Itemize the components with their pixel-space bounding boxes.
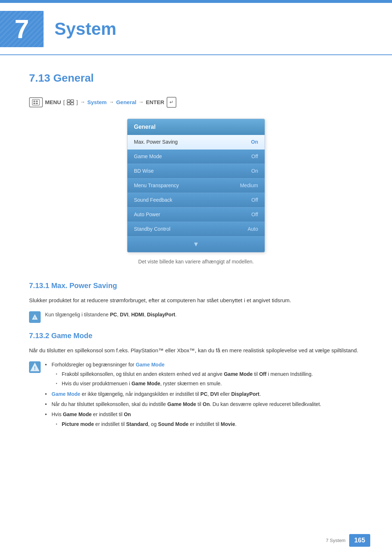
menu-row-sound-feedback[interactable]: Sound Feedback Off (127, 193, 265, 208)
svg-text:!: ! (34, 316, 36, 320)
svg-rect-0 (32, 99, 40, 105)
nav-general: General (116, 98, 136, 107)
menu-row-bd-wise[interactable]: BD Wise On (127, 164, 265, 178)
menu-row-max-power-saving[interactable]: Max. Power Saving On (127, 135, 265, 149)
menu-caption: Det viste billede kan variere afhængigt … (29, 258, 363, 266)
chapter-number: 7 (0, 11, 44, 47)
bullet-item-4: Hvis Game Mode er indstillet til On Pict… (45, 410, 363, 428)
nav-menu-label: MENU (45, 98, 61, 107)
nav-arrow-1: → (80, 98, 85, 106)
bullet-item-1: Forholdsregler og begrænsninger for Game… (45, 361, 363, 388)
top-accent-bar (0, 0, 392, 3)
menu-row-standby-control[interactable]: Standby Control Auto (127, 222, 265, 237)
nav-arrow-3: → (139, 98, 144, 106)
menu-row-game-mode[interactable]: Game Mode Off (127, 149, 265, 164)
svg-rect-3 (36, 100, 38, 102)
menu-row-value-menu-transparency: Medium (240, 182, 258, 189)
menu-row-value-sound-feedback: Off (252, 196, 258, 204)
subsection-7-13-2-body: Når du tilslutter en spillekonsol som f.… (29, 346, 363, 355)
subsection-7-13-1-body: Slukker produktet for at reducere strømf… (29, 296, 363, 305)
svg-rect-2 (33, 103, 35, 104)
note-text-7-13-1: Kun tilgængelig i tilstandene PC, DVI, H… (45, 311, 177, 319)
menu-row-label-menu-transparency: Menu Transparency (134, 182, 179, 189)
bullet-list-7-13-2: Forholdsregler og begrænsninger for Game… (45, 361, 363, 431)
menu-row-value-auto-power: Off (252, 211, 258, 218)
nav-grid-icon (67, 99, 74, 105)
svg-rect-6 (71, 100, 74, 102)
menu-row-label-auto-power: Auto Power (134, 211, 160, 218)
page-footer: 7 System 165 (326, 534, 370, 547)
menu-row-label-max-power-saving: Max. Power Saving (134, 138, 178, 146)
subsection-heading-7-13-1: 7.13.1 Max. Power Saving (29, 280, 363, 291)
note-block-7-13-1: ! Kun tilgængelig i tilstandene PC, DVI,… (29, 311, 363, 323)
menu-row-label-sound-feedback: Sound Feedback (134, 196, 172, 204)
menu-row-value-max-power-saving: On (251, 138, 258, 146)
general-menu-panel: General Max. Power Saving On Game Mode O… (127, 119, 265, 253)
svg-text:!: ! (34, 365, 36, 371)
menu-row-auto-power[interactable]: Auto Power Off (127, 208, 265, 222)
nav-system: System (87, 98, 107, 107)
chapter-title: System (54, 16, 117, 42)
menu-icon (29, 97, 43, 107)
nav-arrow-2: → (109, 98, 114, 106)
menu-row-label-game-mode: Game Mode (134, 153, 162, 160)
subsection-heading-7-13-2: 7.13.2 Game Mode (29, 330, 363, 341)
sub-bullet-item-1-2: Hvis du viser produktmenuen i Game Mode,… (56, 379, 363, 387)
bullet-section-7-13-2: ! Forholdsregler og begrænsninger for Ga… (29, 361, 363, 431)
menu-row-value-standby-control: Auto (248, 225, 258, 233)
menu-panel-header: General (127, 119, 265, 135)
sub-bullet-item-4-1: Picture mode er indstillet til Standard,… (56, 420, 363, 428)
menu-row-value-bd-wise: On (251, 167, 258, 175)
page-number: 165 (349, 534, 370, 547)
nav-path: MENU [ ] → System → General → ENTER ↵ (29, 97, 363, 108)
svg-rect-1 (33, 100, 35, 102)
menu-row-label-bd-wise: BD Wise (134, 167, 154, 175)
bullet-item-3: Når du har tilsluttet spillekonsollen, s… (45, 400, 363, 408)
note-icon-7-13-1: ! (29, 311, 41, 323)
content-area: 7.13 General MENU [ ] → System → General… (0, 70, 392, 430)
bullet-item-2: Game Mode er ikke tilgængelig, når indga… (45, 390, 363, 398)
footer-chapter-label: 7 System (326, 537, 346, 544)
menu-row-value-game-mode: Off (252, 153, 258, 160)
svg-rect-5 (67, 100, 70, 102)
svg-rect-4 (36, 103, 38, 104)
chapter-header: 7 System (0, 0, 392, 55)
bullet-note-icon-7-13-2: ! (29, 361, 41, 373)
menu-scroll-down-icon: ▼ (193, 241, 199, 248)
section-heading: 7.13 General (29, 70, 363, 86)
svg-rect-7 (67, 103, 70, 105)
sub-bullet-item-1-1: Frakobl spillekonsollen, og tilslut en a… (56, 370, 363, 378)
nav-enter-icon: ↵ (167, 97, 176, 108)
menu-row-label-standby-control: Standby Control (134, 225, 170, 233)
menu-footer: ▼ (127, 237, 265, 252)
svg-rect-8 (71, 103, 74, 105)
nav-enter-label: ENTER (146, 98, 164, 107)
menu-panel-container: General Max. Power Saving On Game Mode O… (29, 119, 363, 253)
menu-row-menu-transparency[interactable]: Menu Transparency Medium (127, 178, 265, 193)
